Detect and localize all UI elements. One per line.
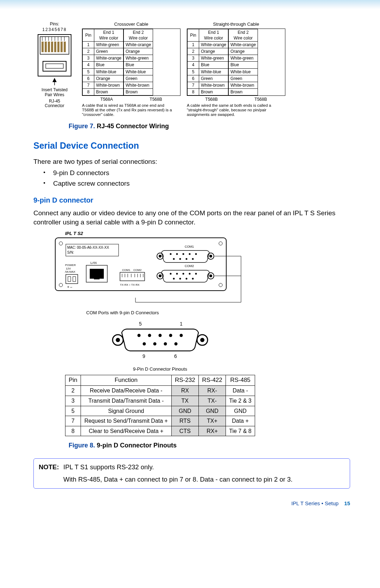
svg-text:COM1: COM1 <box>185 245 194 248</box>
straight-std2: T568B <box>236 97 285 102</box>
figure-8-text: 9-pin D Connector Pinouts <box>95 442 177 449</box>
d-connector-icon: 51 96 <box>107 321 213 363</box>
svg-point-63 <box>192 258 194 260</box>
figure-8-caption: Figure 8. 9-pin D Connector Pinouts <box>69 441 350 450</box>
svg-text:9: 9 <box>142 353 145 359</box>
crossover-title: Crossover Cable <box>82 21 180 27</box>
figure-8-label: Figure 8. <box>69 442 95 449</box>
bullet-captive: Captive screw connectors <box>43 179 350 188</box>
svg-point-61 <box>179 258 181 260</box>
figure-7-label: Figure 7. <box>69 123 95 130</box>
svg-point-57 <box>183 253 184 255</box>
svg-text:COM1: COM1 <box>122 268 131 272</box>
svg-point-76 <box>192 278 194 280</box>
bullet-9pin: 9-pin D connectors <box>43 168 350 178</box>
page-header-bar <box>0 0 380 9</box>
svg-rect-15 <box>57 42 59 52</box>
pins-text: 12345678 <box>33 27 76 32</box>
mac-text: MAC: 00-05-A6-XX-XX-XX <box>67 246 109 249</box>
subsection-heading: 9-pin D connector <box>33 196 350 205</box>
rj45-connector-label: RJ-45 Connector <box>33 99 76 109</box>
svg-text:6: 6 <box>174 353 177 359</box>
svg-text:5: 5 <box>139 321 142 327</box>
connection-types-list: 9-pin D connectors Captive screw connect… <box>43 168 350 188</box>
straight-cable-block: Straight-through Cable PinEnd 1 Wire col… <box>187 21 285 117</box>
svg-text:+  –: + – <box>67 285 72 289</box>
svg-point-96 <box>153 342 157 346</box>
insert-wires-label: Insert Twisted Pair Wires <box>33 88 76 98</box>
svg-point-87 <box>116 338 120 342</box>
svg-rect-11 <box>45 42 47 52</box>
svg-point-58 <box>189 253 191 255</box>
pinout-hdr-232: RS-232 <box>171 375 198 386</box>
svg-rect-18 <box>43 61 66 71</box>
pinout-row: 7Request to Send/Transmit Data +RTSTX+Da… <box>65 416 255 426</box>
section-heading: Serial Device Connection <box>33 140 350 152</box>
svg-point-93 <box>169 334 172 337</box>
svg-point-70 <box>183 273 184 275</box>
svg-text:.5A MAX: .5A MAX <box>64 270 76 273</box>
svg-text:POWER: POWER <box>65 264 76 267</box>
svg-point-98 <box>175 342 178 346</box>
svg-point-62 <box>186 258 188 260</box>
rj45-figure-row: Pins: 12345678 <box>33 21 350 117</box>
com-ports-caption: COM Ports with 9-pin D Connectors <box>86 310 350 316</box>
svg-point-55 <box>170 253 172 255</box>
crossover-std2: T568B <box>131 97 180 102</box>
note-line-2: With RS-485, Data + can connect to pin 7… <box>63 475 341 484</box>
pinout-row: 2Receive Data/Receive Data -RXRX-Data - <box>65 386 255 396</box>
note-box: NOTE:IPL T S1 supports RS-232 only. With… <box>33 458 350 489</box>
crossover-cable-block: Crossover Cable PinEnd 1 Wire color1Whit… <box>82 21 180 117</box>
straight-std1: T568B <box>187 97 236 102</box>
svg-rect-17 <box>64 42 66 52</box>
svg-point-92 <box>159 334 162 337</box>
svg-point-72 <box>195 273 197 275</box>
subsection-paragraph: Connect any audio or video device to any… <box>33 209 350 227</box>
svg-point-94 <box>180 334 183 337</box>
svg-point-60 <box>173 258 175 260</box>
footer-page: 15 <box>344 500 350 506</box>
footer-section: IPL T Series • Setup <box>291 500 338 506</box>
svg-point-75 <box>186 278 188 280</box>
straight-title: Straight-through Cable <box>187 21 285 27</box>
straight-footnote: A cable wired the same at both ends is c… <box>187 103 278 117</box>
svg-text:1: 1 <box>180 321 183 327</box>
crossover-std1: T568A <box>82 97 131 102</box>
pins-label: Pins: <box>33 21 76 27</box>
svg-point-69 <box>176 273 178 275</box>
svg-point-65 <box>209 255 212 258</box>
svg-rect-16 <box>61 42 63 52</box>
svg-rect-38 <box>94 276 100 279</box>
svg-marker-20 <box>52 78 57 82</box>
svg-text:TX RX ↕ TX RX: TX RX ↕ TX RX <box>120 283 140 286</box>
straight-table: PinEnd 1 Wire color1White-orange2Orange3… <box>187 29 285 96</box>
svg-point-73 <box>173 278 175 280</box>
pinout-row: 3Transmit Data/Transmit Data -TXTX-Tie 2… <box>65 396 255 406</box>
pinout-row: 8Clear to Send/Receive Data +CTSRX+Tie 7… <box>65 426 255 436</box>
svg-point-78 <box>209 274 212 277</box>
svg-text:12V: 12V <box>66 267 71 270</box>
figure-7-text: RJ-45 Connector Wiring <box>95 123 169 130</box>
sn-text: S/N: <box>67 250 74 254</box>
svg-rect-19 <box>46 64 63 68</box>
svg-text:LAN: LAN <box>90 261 97 265</box>
svg-point-90 <box>138 334 141 337</box>
page-content: Pins: 12345678 <box>0 9 380 514</box>
svg-point-71 <box>189 273 191 275</box>
svg-point-91 <box>148 334 151 337</box>
svg-rect-12 <box>48 42 50 52</box>
device-panel-icon: MAC: 00-05-A6-XX-XX-XX S/N: POWER 12V .5… <box>55 237 252 306</box>
device-model-label: IPL T S2 <box>65 230 350 237</box>
device-panel-figure: IPL T S2 MAC: 00-05-A6-XX-XX-XX S/N: POW… <box>55 230 350 316</box>
note-line-1: IPL T S1 supports RS-232 only. <box>63 463 341 472</box>
pinout-row: 5Signal GroundGNDGNDGND <box>65 406 255 416</box>
crossover-footnote: A cable that is wired as T568A at one en… <box>82 103 173 117</box>
d-connector-figure: 51 96 9-Pin D Connector Pinouts Pin Func… <box>65 321 255 436</box>
svg-point-74 <box>179 278 181 280</box>
pinout-hdr-func: Function <box>81 375 171 386</box>
svg-point-54 <box>159 255 162 258</box>
crossover-table: PinEnd 1 Wire color1White-green2Green3Wh… <box>82 29 180 96</box>
svg-point-56 <box>176 253 178 255</box>
svg-rect-14 <box>54 42 56 52</box>
note-label: NOTE: <box>39 463 63 472</box>
